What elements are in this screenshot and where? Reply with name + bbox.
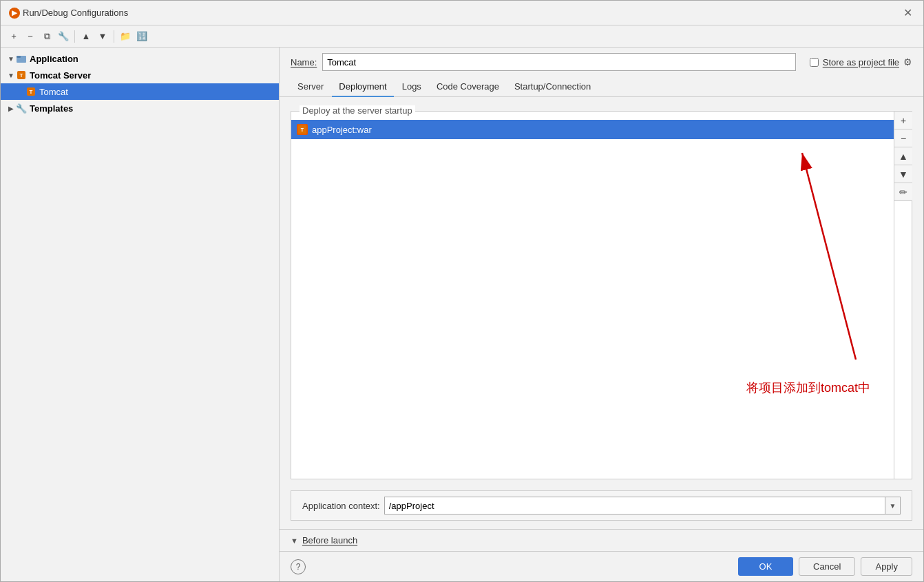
deploy-legend: Deploy at the server startup [300, 105, 415, 116]
tab-logs[interactable]: Logs [395, 77, 428, 97]
move-up-button[interactable]: ▲ [78, 29, 94, 44]
title-bar-left: ▶ Run/Debug Configurations [9, 8, 128, 19]
right-panel: Name: Store as project file ⚙ Server Dep… [280, 48, 923, 581]
move-down-deploy-button[interactable]: ▼ [894, 165, 912, 183]
name-bar: Name: Store as project file ⚙ [280, 48, 923, 76]
add-config-button[interactable]: + [6, 29, 21, 44]
tab-startup-connection[interactable]: Startup/Connection [507, 77, 598, 97]
toggle-templates: ▶ [6, 105, 16, 112]
tabs-bar: Server Deployment Logs Code Coverage Sta… [280, 76, 923, 97]
app-icon: ▶ [9, 8, 20, 19]
sidebar-item-tomcat-server[interactable]: ▼ T Tomcat Server [1, 67, 279, 83]
help-button[interactable]: ? [291, 559, 306, 574]
war-icon: T [297, 124, 308, 135]
bottom-bar: ? OK Cancel Apply [280, 551, 923, 581]
main-content: ▼ Application ▼ T Tomcat Server [1, 48, 923, 581]
annotation-text: 将项目添加到tomcat中 [746, 380, 870, 396]
gear-icon[interactable]: ⚙ [903, 56, 912, 67]
window-title: Run/Debug Configurations [23, 8, 128, 18]
sidebar-item-templates[interactable]: ▶ 🔧 Templates [1, 100, 279, 116]
svg-text:T: T [30, 89, 33, 95]
ok-button[interactable]: OK [738, 557, 793, 576]
template-icon: 🔧 [16, 103, 27, 114]
store-checkbox[interactable] [810, 58, 819, 67]
toolbar-separator [74, 30, 75, 43]
toggle-tomcat-server: ▼ [6, 72, 16, 79]
run-debug-window: ▶ Run/Debug Configurations ✕ + − ⧉ 🔧 ▲ ▼… [0, 0, 924, 582]
svg-text:T: T [20, 72, 23, 79]
store-label: Store as project file [823, 57, 899, 67]
name-input[interactable] [322, 53, 795, 71]
tomcat-server-label: Tomcat Server [30, 70, 91, 81]
action-buttons: OK Cancel Apply [738, 557, 912, 576]
add-deploy-button[interactable]: + [894, 112, 912, 129]
remove-deploy-button[interactable]: − [894, 129, 912, 147]
cancel-button[interactable]: Cancel [799, 557, 855, 576]
tomcat-label: Tomcat [39, 87, 68, 97]
toolbar-separator-2 [114, 30, 114, 43]
sidebar-item-tomcat[interactable]: T Tomcat [1, 83, 279, 100]
close-button[interactable]: ✕ [901, 6, 915, 19]
arrow-annotation [291, 112, 912, 479]
move-up-deploy-button[interactable]: ▲ [894, 147, 912, 165]
before-launch-label: Before launch [302, 535, 357, 545]
tab-deployment[interactable]: Deployment [332, 77, 393, 97]
sidebar-item-application[interactable]: ▼ Application [1, 50, 279, 67]
content-area: Deploy at the server startup T appProje [280, 97, 923, 529]
deploy-list: T appProject:war [291, 120, 912, 139]
title-bar: ▶ Run/Debug Configurations ✕ [1, 1, 923, 25]
templates-label: Templates [30, 103, 73, 114]
name-label: Name: [291, 57, 317, 67]
svg-rect-1 [17, 56, 21, 58]
deploy-sidebar-buttons: + − ▲ ▼ ✏ [894, 112, 912, 479]
store-row: Store as project file ⚙ [810, 56, 912, 67]
before-launch-section: ▼ Before launch [280, 529, 923, 551]
before-launch-toggle[interactable]: ▼ [291, 537, 298, 545]
apply-button[interactable]: Apply [861, 557, 912, 576]
folder-icon [16, 53, 27, 64]
toggle-application: ▼ [6, 55, 16, 63]
deploy-item-label: appProject:war [312, 125, 372, 135]
context-dropdown-button[interactable]: ▼ [885, 497, 901, 515]
deploy-group: Deploy at the server startup T appProje [291, 111, 912, 479]
move-down-button[interactable]: ▼ [95, 29, 110, 44]
toolbar: + − ⧉ 🔧 ▲ ▼ 📁 🔢 [1, 25, 923, 48]
config-tree: ▼ Application ▼ T Tomcat Server [1, 48, 280, 581]
settings-button[interactable]: 🔧 [56, 29, 71, 44]
copy-config-button[interactable]: ⧉ [39, 29, 54, 44]
folder-button[interactable]: 📁 [118, 29, 133, 44]
tab-code-coverage[interactable]: Code Coverage [430, 77, 506, 97]
svg-text:T: T [301, 127, 304, 132]
context-input-wrapper: ▼ [384, 497, 901, 515]
remove-config-button[interactable]: − [23, 29, 38, 44]
svg-line-9 [802, 153, 856, 360]
tab-server[interactable]: Server [291, 77, 330, 97]
sort-button[interactable]: 🔢 [134, 29, 149, 44]
context-label: Application context: [302, 501, 380, 511]
context-input[interactable] [384, 497, 885, 515]
server-icon: T [16, 70, 27, 81]
application-label: Application [30, 54, 78, 64]
edit-deploy-button[interactable]: ✏ [894, 183, 912, 201]
tomcat-icon: T [25, 86, 36, 97]
application-context-row: Application context: ▼ [291, 490, 912, 521]
list-item[interactable]: T appProject:war [291, 120, 912, 139]
